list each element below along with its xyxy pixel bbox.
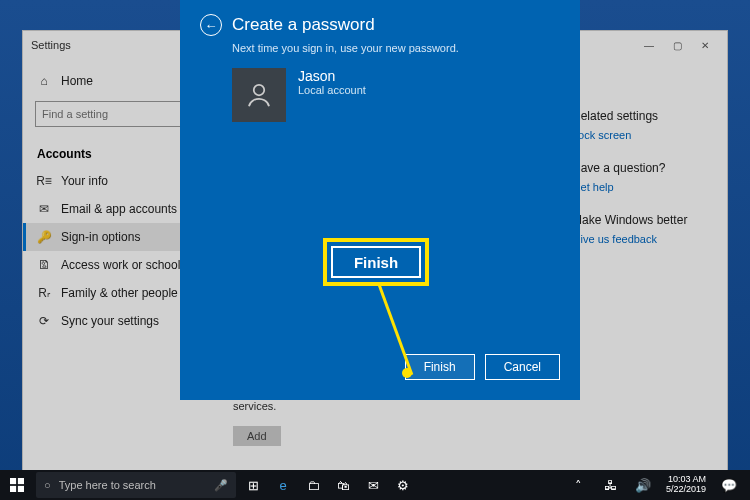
question-heading: Have a question?: [572, 161, 717, 175]
notifications-icon[interactable]: 💬: [714, 470, 744, 500]
sidebar-label: Email & app accounts: [61, 202, 177, 216]
dialog-subtitle: Next time you sign in, use your new pass…: [232, 42, 560, 54]
taskbar: ○ Type here to search 🎤 ⊞ e 🗀 🛍 ✉ ⚙ ˄ 🖧 …: [0, 470, 750, 500]
person-icon: R≡: [37, 174, 51, 188]
maximize-button[interactable]: ▢: [663, 35, 691, 55]
taskbar-search-placeholder: Type here to search: [59, 479, 156, 491]
account-type: Local account: [298, 84, 366, 96]
sidebar-label: Home: [61, 74, 93, 88]
svg-rect-2: [18, 478, 24, 484]
back-button[interactable]: ←: [200, 14, 222, 36]
related-settings-heading: Related settings: [572, 109, 717, 123]
mic-icon: 🎤: [214, 479, 228, 492]
user-account-row: Jason Local account: [232, 68, 560, 122]
store-icon[interactable]: 🛍: [328, 470, 358, 500]
avatar: [232, 68, 286, 122]
sidebar-label: Your info: [61, 174, 108, 188]
settings-search[interactable]: [35, 101, 201, 127]
sync-icon: ⟳: [37, 314, 51, 328]
people-icon: Rᵣ: [37, 286, 51, 300]
clock-date: 5/22/2019: [666, 485, 706, 495]
svg-point-0: [254, 85, 265, 96]
cancel-button[interactable]: Cancel: [485, 354, 560, 380]
search-input[interactable]: [42, 108, 194, 120]
svg-rect-4: [18, 486, 24, 492]
dialog-title: Create a password: [232, 15, 375, 35]
home-icon: ⌂: [37, 74, 51, 88]
get-help-link[interactable]: Get help: [572, 181, 717, 193]
network-icon[interactable]: 🖧: [596, 470, 626, 500]
search-icon: ○: [44, 479, 51, 491]
task-view-button[interactable]: ⊞: [238, 470, 268, 500]
annotation-dot: [402, 368, 412, 378]
edge-icon[interactable]: e: [268, 470, 298, 500]
sidebar-label: Sync your settings: [61, 314, 159, 328]
taskbar-search[interactable]: ○ Type here to search 🎤: [36, 472, 236, 498]
close-button[interactable]: ✕: [691, 35, 719, 55]
user-name: Jason: [298, 68, 366, 84]
volume-icon[interactable]: 🔊: [628, 470, 658, 500]
briefcase-icon: 🖻: [37, 258, 51, 272]
windows-icon: [10, 478, 24, 492]
create-password-dialog: ← Create a password Next time you sign i…: [180, 0, 580, 400]
person-icon: [244, 80, 274, 110]
svg-rect-3: [10, 486, 16, 492]
add-pin-button[interactable]: Add: [233, 426, 281, 446]
settings-icon[interactable]: ⚙: [388, 470, 418, 500]
settings-right-pane: Related settings Lock screen Have a ques…: [572, 59, 727, 474]
finish-button[interactable]: Finish: [405, 354, 475, 380]
file-explorer-icon[interactable]: 🗀: [298, 470, 328, 500]
minimize-button[interactable]: —: [635, 35, 663, 55]
lock-screen-link[interactable]: Lock screen: [572, 129, 717, 141]
svg-rect-1: [10, 478, 16, 484]
feedback-link[interactable]: Give us feedback: [572, 233, 717, 245]
tray-chevron-icon[interactable]: ˄: [564, 470, 594, 500]
key-icon: 🔑: [37, 230, 51, 244]
mail-icon[interactable]: ✉: [358, 470, 388, 500]
start-button[interactable]: [0, 470, 34, 500]
sidebar-label: Sign-in options: [61, 230, 140, 244]
better-heading: Make Windows better: [572, 213, 717, 227]
sidebar-label: Access work or school: [61, 258, 180, 272]
mail-icon: ✉: [37, 202, 51, 216]
sidebar-label: Family & other people: [61, 286, 178, 300]
taskbar-clock[interactable]: 10:03 AM 5/22/2019: [660, 475, 712, 495]
